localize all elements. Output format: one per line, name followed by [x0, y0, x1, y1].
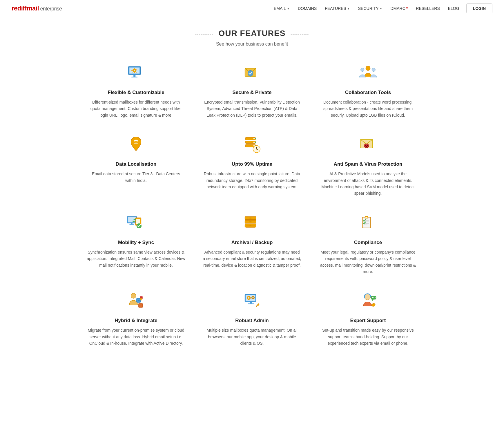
- feature-mobility: Mobility + Sync Synchronization ensures …: [84, 211, 188, 275]
- section-title: ---------- OUR FEATURES ----------: [84, 29, 420, 38]
- collaboration-icon: [356, 61, 380, 84]
- robust-desc: Multiple size mailboxes quota management…: [203, 327, 301, 346]
- secure-title: Secure & Private: [203, 90, 301, 95]
- localisation-desc: Email data stored at secure Tier 3+ Data…: [87, 171, 185, 184]
- svg-point-49: [366, 146, 367, 147]
- uptime-desc: Robust infrastructure with no single poi…: [203, 171, 301, 190]
- feature-collaboration: Collaboration Tools Document collaborati…: [316, 61, 420, 118]
- svg-rect-65: [249, 225, 251, 226]
- svg-point-17: [372, 68, 375, 71]
- feature-flexible: Flexible & Customizable Different-sized …: [84, 61, 188, 118]
- hybrid-icon: [124, 289, 148, 312]
- main-content: ---------- OUR FEATURES ---------- See h…: [78, 17, 426, 364]
- compliance-icon: [356, 211, 380, 234]
- support-desc: Set-up and transition made easy by our r…: [319, 327, 417, 346]
- logo[interactable]: rediffmail enterprise: [12, 5, 62, 12]
- antispam-icon: [356, 133, 380, 156]
- mobility-desc: Synchronization ensures same view across…: [87, 249, 185, 268]
- compliance-desc: Meet your legal, regulatory or company's…: [319, 249, 417, 275]
- compliance-title: Compliance: [319, 240, 417, 245]
- svg-point-16: [361, 68, 364, 71]
- svg-point-106: [375, 297, 376, 298]
- svg-point-80: [131, 293, 136, 299]
- localisation-icon: [124, 133, 148, 156]
- svg-rect-90: [248, 296, 249, 297]
- svg-rect-92: [247, 297, 248, 298]
- feature-compliance: Compliance Meet your legal, regulatory o…: [316, 211, 420, 275]
- svg-point-105: [374, 297, 374, 298]
- svg-point-89: [248, 297, 249, 299]
- antispam-title: Anti Spam & Virus Protection: [319, 161, 417, 167]
- svg-rect-72: [246, 227, 255, 228]
- svg-rect-6: [134, 68, 135, 69]
- support-icon: [356, 289, 380, 312]
- svg-point-48: [367, 145, 368, 146]
- svg-point-25: [253, 142, 255, 143]
- collaboration-title: Collaboration Tools: [319, 90, 417, 95]
- robust-icon: [240, 289, 264, 312]
- hybrid-title: Hybrid & Integrate: [87, 318, 185, 324]
- feature-secure: Secure & Private Encrypted email transmi…: [200, 61, 304, 118]
- section-header: ---------- OUR FEATURES ----------: [84, 29, 420, 38]
- svg-rect-97: [248, 303, 254, 304]
- svg-point-47: [365, 145, 366, 146]
- antispam-desc: AI & Predictive Models used to analyze t…: [319, 171, 417, 197]
- svg-point-15: [366, 66, 370, 71]
- section-subtitle: See how your business can benefit: [84, 41, 420, 47]
- svg-rect-73: [362, 217, 371, 228]
- feature-uptime: Upto 99% Uptime Robust infrastructure wi…: [200, 133, 304, 197]
- feature-robust: Robust Admin Multiple size mailboxes quo…: [200, 289, 304, 346]
- svg-rect-82: [139, 303, 143, 308]
- svg-rect-53: [129, 224, 134, 225]
- nav-domains[interactable]: DOMAINS: [298, 6, 317, 11]
- secure-icon: [240, 61, 264, 84]
- svg-marker-103: [371, 299, 374, 301]
- secure-desc: Encrypted email transmission. Vulnerabil…: [203, 99, 301, 118]
- mobility-icon: [124, 211, 148, 234]
- svg-rect-75: [365, 217, 367, 218]
- svg-point-35: [256, 149, 257, 150]
- svg-rect-61: [249, 217, 251, 218]
- collaboration-desc: Document collaboration - create word pro…: [319, 99, 417, 118]
- nav-dmarc[interactable]: DMARC*: [390, 6, 408, 11]
- uptime-title: Upto 99% Uptime: [203, 161, 301, 167]
- svg-rect-93: [250, 297, 251, 298]
- feature-archival: Archival / Backup Advanced compliant & s…: [200, 211, 304, 275]
- flexible-title: Flexible & Customizable: [87, 90, 185, 95]
- features-title: OUR FEATURES: [219, 29, 286, 38]
- svg-rect-9: [135, 70, 136, 71]
- svg-point-26: [255, 142, 256, 143]
- flexible-desc: Different-sized mailboxes for different …: [87, 99, 185, 118]
- nav-features[interactable]: FEATURES ▼: [325, 6, 350, 11]
- svg-rect-83: [139, 300, 140, 301]
- login-button[interactable]: LOGIN: [466, 3, 492, 13]
- svg-rect-2: [133, 75, 135, 77]
- features-grid: Flexible & Customizable Different-sized …: [84, 61, 420, 346]
- svg-rect-63: [249, 221, 251, 222]
- svg-point-22: [255, 138, 256, 139]
- robust-title: Robust Admin: [203, 318, 301, 324]
- svg-rect-7: [134, 72, 135, 73]
- nav-links: EMAIL ▼ DOMAINS FEATURES ▼ SECURITY ▼ DM…: [274, 6, 459, 11]
- divider-right: ----------: [291, 32, 309, 37]
- svg-rect-100: [364, 297, 365, 299]
- feature-localisation: Data Localisation Email data stored at s…: [84, 133, 188, 197]
- svg-rect-91: [248, 299, 249, 300]
- archival-icon: [240, 211, 264, 234]
- support-title: Expert Support: [319, 318, 417, 324]
- feature-antispam: Anti Spam & Virus Protection AI & Predic…: [316, 133, 420, 197]
- archival-desc: Advanced compliant & security regulation…: [203, 249, 301, 268]
- svg-rect-85: [140, 298, 142, 301]
- nav-blog[interactable]: BLOG: [448, 6, 459, 11]
- svg-rect-52: [131, 223, 133, 224]
- feature-support: Expert Support Set-up and transition mad…: [316, 289, 420, 346]
- nav-resellers[interactable]: RESELLERS: [416, 6, 440, 11]
- svg-point-37: [364, 144, 369, 148]
- navbar: rediffmail enterprise EMAIL ▼ DOMAINS FE…: [0, 0, 504, 17]
- svg-rect-3: [131, 77, 137, 77]
- nav-email[interactable]: EMAIL ▼: [274, 6, 290, 11]
- hybrid-desc: Migrate from your current on-premise sys…: [87, 327, 185, 346]
- nav-security[interactable]: SECURITY ▼: [358, 6, 382, 11]
- svg-point-95: [252, 297, 253, 298]
- feature-hybrid: Hybrid & Integrate Migrate from your cur…: [84, 289, 188, 346]
